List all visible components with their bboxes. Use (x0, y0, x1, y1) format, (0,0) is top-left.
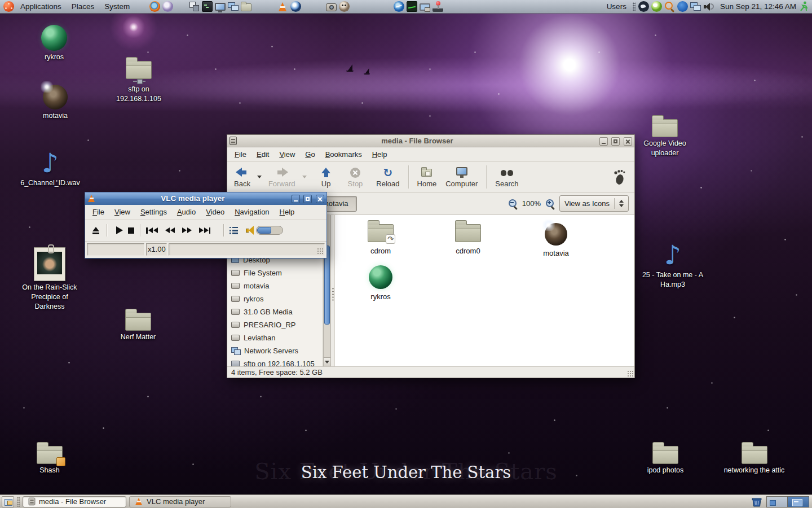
computer-launcher-icon[interactable] (215, 3, 226, 11)
menu-audio[interactable]: Audio (172, 205, 201, 218)
menu-view[interactable]: View (109, 205, 135, 218)
view-mode-combo[interactable]: View as Icons (559, 195, 629, 212)
desktop-icon-google-video[interactable]: Google Video uploader (637, 115, 693, 158)
desktop-icon-nerf-matter[interactable]: Nerf Matter (115, 308, 161, 342)
volume-mute-icon[interactable] (246, 226, 254, 235)
volume-slider[interactable] (256, 226, 283, 235)
sidebar-item-rykros[interactable]: rykros (227, 292, 323, 305)
menu-applications[interactable]: Applications (15, 2, 67, 11)
bluetooth-icon[interactable] (677, 1, 688, 12)
sidebar-item-31gb-media[interactable]: 31.0 GB Media (227, 305, 323, 318)
reload-button[interactable]: ↻ Reload (372, 165, 404, 189)
close-button[interactable] (316, 195, 324, 203)
file-view[interactable]: ↷ cdrom cdrom0 motavia rykros (335, 215, 634, 366)
stop-button[interactable] (128, 227, 134, 234)
menu-video[interactable]: Video (201, 205, 230, 218)
running-man-icon[interactable] (800, 1, 809, 12)
sidebar-item-filesystem[interactable]: File System (227, 266, 323, 279)
close-button[interactable] (624, 137, 632, 146)
workspace-1[interactable] (767, 497, 788, 507)
next-button[interactable] (199, 227, 211, 234)
user-switcher-applet[interactable]: Users (602, 2, 631, 11)
task-button-vlc[interactable]: VLC media player (129, 496, 231, 507)
resize-grip[interactable] (317, 248, 324, 255)
terminal-launcher-icon[interactable] (202, 1, 213, 12)
minimize-button[interactable] (599, 137, 608, 146)
play-button[interactable] (116, 226, 123, 234)
menu-file[interactable]: File (87, 205, 109, 218)
desktop-icon-rykros[interactable]: rykros (29, 25, 80, 62)
task-button-file-browser[interactable]: media - File Browser (23, 496, 126, 507)
menu-go[interactable]: Go (300, 148, 320, 161)
eject-button[interactable] (92, 227, 100, 234)
zoom-in-button[interactable] (545, 199, 555, 208)
search-tray-icon[interactable] (664, 1, 675, 12)
sidebar-item-sftp[interactable]: sftp on 192.168.1.105 (227, 357, 323, 366)
volume-icon[interactable] (703, 1, 716, 12)
playlist-button[interactable] (230, 227, 238, 234)
google-earth-launcher-icon[interactable] (394, 1, 404, 12)
wolf-moon-app-icon[interactable] (290, 1, 301, 12)
pane-resize-handle[interactable] (331, 215, 335, 366)
fast-forward-button[interactable] (182, 227, 192, 233)
back-button[interactable]: Back (230, 165, 255, 189)
menu-bookmarks[interactable]: Bookmarks (320, 148, 367, 161)
joystick-app-icon[interactable] (433, 1, 443, 12)
trash-applet-icon[interactable] (751, 496, 763, 507)
remote-desktop-tray-icon[interactable] (690, 1, 701, 12)
sidebar-item-presario-rp[interactable]: PRESARIO_RP (227, 318, 323, 331)
menu-settings[interactable]: Settings (135, 205, 172, 218)
desktop-icon-motavia[interactable]: motavia (30, 85, 81, 121)
menu-view[interactable]: View (274, 148, 300, 161)
displays-launcher-icon[interactable] (228, 1, 239, 12)
window-selector-icon[interactable] (189, 1, 200, 12)
desktop-icon-ipod-photos[interactable]: ipod photos (637, 441, 694, 475)
maximize-button[interactable] (611, 137, 620, 146)
menu-navigation[interactable]: Navigation (230, 205, 274, 218)
zoom-out-button[interactable] (508, 199, 518, 208)
vlc-launcher-icon[interactable] (277, 1, 288, 12)
camera-app-icon[interactable] (326, 3, 337, 11)
show-desktop-button[interactable] (2, 496, 14, 507)
desktop-icon-sftp[interactable]: sftp on 192.168.1.105 (108, 56, 169, 104)
search-button[interactable]: Search (491, 165, 523, 189)
seek-slider[interactable] (169, 243, 325, 256)
desktop-icon-networking-attic[interactable]: networking the attic (713, 441, 795, 475)
desktop-icon-rainslick[interactable]: On the Rain-Slick Precipice of Darkness (19, 247, 81, 312)
computer-button[interactable]: Computer (441, 165, 482, 189)
vlc-titlebar[interactable]: VLC media player (85, 192, 326, 205)
workspace-2-current[interactable] (788, 497, 809, 507)
bird-tray-icon[interactable] (638, 1, 649, 12)
menu-places[interactable]: Places (67, 2, 100, 11)
file-item-cdrom0[interactable]: cdrom0 (437, 220, 499, 255)
file-browser-titlebar[interactable]: media - File Browser (227, 135, 634, 147)
clock-applet[interactable]: Sun Sep 21, 12:46 AM (720, 2, 796, 11)
menu-edit[interactable]: Edit (251, 148, 274, 161)
home-folder-launcher-icon[interactable] (241, 3, 251, 11)
menu-file[interactable]: File (230, 148, 251, 161)
back-history-dropdown-icon[interactable] (257, 176, 262, 178)
gimp-launcher-icon[interactable] (339, 1, 350, 12)
firefox-launcher-icon[interactable] (149, 1, 160, 12)
system-monitor-icon[interactable] (407, 1, 417, 12)
maximize-button[interactable] (303, 195, 312, 203)
menu-help[interactable]: Help (275, 205, 300, 218)
resize-grip[interactable] (627, 370, 634, 377)
tray-grip[interactable] (633, 2, 636, 11)
display-settings-icon[interactable] (420, 3, 430, 11)
file-item-rykros[interactable]: rykros (350, 262, 412, 301)
file-item-cdrom[interactable]: ↷ cdrom (350, 220, 412, 255)
sidebar-item-network-servers[interactable]: Network Servers (227, 344, 323, 357)
sidebar-item-motavia[interactable]: motavia (227, 279, 323, 292)
home-button[interactable]: Home (413, 165, 442, 189)
desktop-icon-mp3[interactable]: ♪ 25 - Take on me - A Ha.mp3 (633, 242, 713, 290)
desktop-icon-wav[interactable]: ♪ 6_Channel_ID.wav (16, 150, 85, 188)
file-item-motavia[interactable]: motavia (525, 220, 587, 257)
menu-help[interactable]: Help (367, 148, 392, 161)
up-button[interactable]: Up (317, 165, 336, 189)
menu-system[interactable]: System (99, 2, 135, 11)
chat-status-tray-icon[interactable] (651, 1, 662, 12)
distro-logo-icon[interactable] (3, 1, 14, 12)
rewind-button[interactable] (165, 227, 175, 233)
pidgin-launcher-icon[interactable] (162, 1, 173, 12)
